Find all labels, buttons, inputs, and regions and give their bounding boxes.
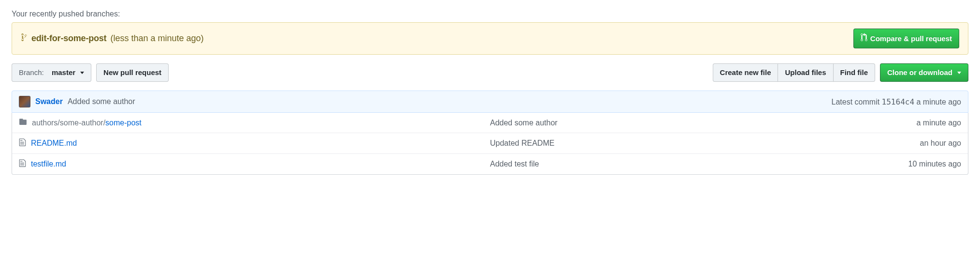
commit-time-ago: a minute ago (916, 98, 961, 106)
file-commit-message[interactable]: Added test file (490, 160, 908, 168)
file-icon (19, 159, 26, 169)
file-path-link[interactable]: some-post (105, 119, 142, 127)
find-file-button[interactable]: Find file (833, 63, 876, 82)
file-time-ago: a minute ago (916, 119, 961, 127)
file-toolbar: Branch: master New pull request Create n… (12, 63, 968, 82)
create-new-file-button[interactable]: Create new file (713, 63, 778, 82)
file-time-ago: 10 minutes ago (908, 160, 961, 168)
branch-select-button[interactable]: Branch: master (12, 63, 91, 82)
recent-branch-time: (less than a minute ago) (110, 33, 203, 44)
clone-download-button[interactable]: Clone or download (880, 63, 968, 82)
avatar[interactable] (19, 96, 30, 107)
latest-commit-bar: Swader Added some author Latest commit 1… (12, 91, 968, 113)
file-actions-group: Create new file Upload files Find file (713, 63, 875, 82)
chevron-down-icon (80, 72, 84, 74)
commit-sha-link[interactable]: 15164c4 (882, 97, 914, 106)
new-pull-request-button[interactable]: New pull request (96, 63, 169, 82)
clone-download-label: Clone or download (887, 68, 952, 77)
file-time-ago: an hour ago (920, 139, 961, 148)
file-name-link[interactable]: README.md (31, 139, 77, 148)
compare-pull-request-label: Compare & pull request (870, 34, 952, 44)
recent-branch-flash: edit-for-some-post (less than a minute a… (12, 22, 968, 55)
branch-select-value: master (52, 68, 75, 77)
file-icon (19, 138, 26, 149)
table-row: testfile.md Added test file 10 minutes a… (12, 153, 968, 174)
chevron-down-icon (957, 72, 961, 74)
table-row: authors/some-author/some-post Added some… (12, 113, 968, 133)
branch-select-label: Branch: (19, 68, 44, 77)
git-branch-icon (21, 33, 28, 44)
commit-message[interactable]: Added some author (68, 97, 135, 106)
git-pull-request-icon (861, 33, 867, 44)
commit-author-link[interactable]: Swader (35, 97, 63, 106)
compare-pull-request-button[interactable]: Compare & pull request (853, 29, 959, 48)
file-list: authors/some-author/some-post Added some… (12, 113, 968, 175)
recent-branch-name[interactable]: edit-for-some-post (31, 33, 106, 44)
file-commit-message[interactable]: Updated README (490, 139, 920, 148)
file-commit-message[interactable]: Added some author (490, 119, 916, 127)
recent-branches-heading: Your recently pushed branches: (12, 10, 968, 18)
latest-commit-label: Latest commit (832, 98, 880, 106)
file-name-link[interactable]: testfile.md (31, 160, 66, 168)
file-path[interactable]: authors/some-author/some-post (32, 119, 142, 127)
folder-icon (19, 118, 27, 128)
file-path-prefix: authors/some-author/ (32, 119, 105, 127)
table-row: README.md Updated README an hour ago (12, 133, 968, 153)
upload-files-button[interactable]: Upload files (778, 63, 833, 82)
